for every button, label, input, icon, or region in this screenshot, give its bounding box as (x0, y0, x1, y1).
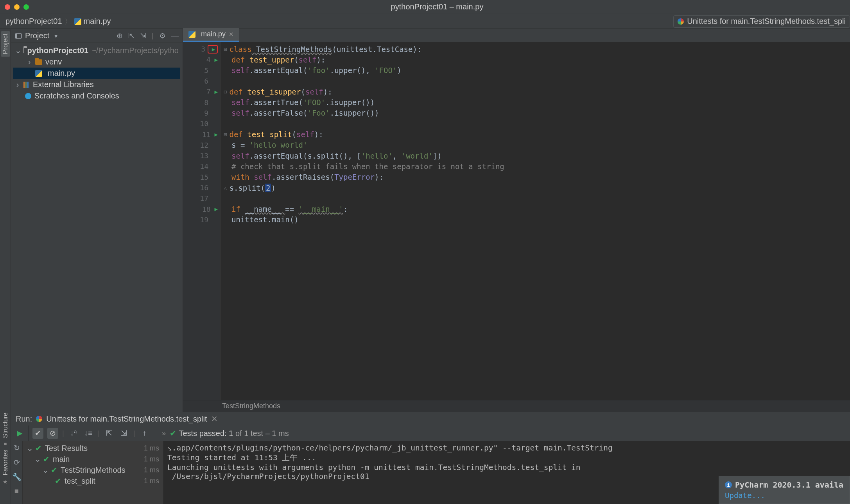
close-icon[interactable]: ✕ (229, 31, 234, 38)
chevron-down-icon: ⌄ (15, 46, 20, 55)
svg-rect-1 (15, 34, 17, 38)
chevron-down-icon[interactable]: ▼ (53, 33, 59, 39)
run-console-output[interactable]: ↘.app/Contents/plugins/python-ce/helpers… (163, 441, 850, 504)
collapse-all-icon[interactable]: ⇲ (140, 31, 146, 40)
console-line: Launching unittests with arguments pytho… (167, 463, 846, 472)
code-area[interactable]: ⊟class TestStringMethods(unittest.TestCa… (221, 42, 850, 400)
editor-tab-bar: main.py ✕ (183, 29, 850, 42)
python-file-icon (74, 18, 81, 25)
sort-asc-icon[interactable]: ↓ª (68, 428, 79, 439)
tree-item-label: External Libraries (33, 80, 94, 89)
show-passed-toggle[interactable]: ✔ (32, 428, 43, 439)
editor-structure-breadcrumb[interactable]: TestStringMethods (183, 400, 850, 412)
chevron-right-icon: › (15, 80, 20, 89)
sort-desc-icon[interactable]: ↓≡ (83, 428, 94, 439)
breadcrumb-file[interactable]: main.py (84, 17, 111, 26)
close-icon[interactable]: ✕ (211, 414, 218, 424)
select-opened-icon[interactable]: ⊕ (117, 31, 123, 40)
tree-item-external-libraries[interactable]: › External Libraries (13, 79, 180, 90)
run-header-label: Run: (16, 415, 32, 424)
run-configuration-selector[interactable]: Unittests for main.TestStringMethods.tes… (673, 15, 850, 28)
console-line: Testing started at 11:53 上午 ... (167, 452, 846, 463)
run-test-gutter-icon[interactable]: ▶ (215, 89, 218, 95)
run-tab-label[interactable]: Unittests for main.TestStringMethods.tes… (46, 415, 207, 424)
fold-icon[interactable]: ⊟ (224, 89, 227, 95)
tree-root-path: ~/PycharmProjects/pytho (91, 46, 179, 55)
navigate-up-icon[interactable]: ↑ (139, 428, 150, 439)
stop-icon[interactable]: ■ (14, 487, 19, 495)
update-notification[interactable]: iPyCharm 2020.3.1 availa Update... (719, 476, 850, 504)
tree-item-label: venv (45, 57, 62, 66)
editor-tab-label: main.py (201, 30, 226, 38)
rerun-reload-icon[interactable]: ↻ (14, 443, 20, 452)
test-tree-class[interactable]: ⌄✔TestStringMethods1 ms (23, 465, 163, 475)
test-summary: ✔Tests passed: 1 of 1 test – 1 ms (170, 429, 289, 438)
hide-minimize-icon[interactable]: — (171, 31, 179, 40)
window-title: pythonProject01 – main.py (29, 2, 845, 11)
left-bottom-toolwindow-strip: Structure ■ Favorites ★ (0, 410, 11, 504)
run-panel-header: Run: Unittests for main.TestStringMethod… (11, 412, 850, 425)
tree-root-label: pythonProject01 (27, 46, 88, 55)
editor-gutter[interactable]: 3▶ 4▶ 5 6 7▶ 8 9 10 11▶ 12 13 14 15 16 (183, 42, 221, 400)
toggle-autotest-icon[interactable]: ⟳ (14, 458, 20, 467)
more-icon[interactable]: » (14, 501, 19, 504)
toolwindow-tab-structure[interactable]: Structure (2, 413, 9, 438)
fold-icon[interactable]: ⊟ (224, 46, 227, 52)
run-test-gutter-icon[interactable]: ▶ (215, 131, 218, 138)
run-toolbar: ▶ ✔ ⊘ | ↓ª ↓≡ | ⇱ ⇲ | ↑ » ✔Tests passed:… (11, 425, 850, 441)
tree-item-main-py[interactable]: main.py (13, 68, 180, 79)
toolwindow-tab-project[interactable]: Project (1, 31, 10, 57)
project-tree[interactable]: ⌄ pythonProject01 ~/PycharmProjects/pyth… (11, 43, 183, 105)
fold-icon[interactable]: ⊟ (224, 131, 227, 138)
run-tool-window: Run: Unittests for main.TestStringMethod… (11, 412, 850, 504)
tree-item-label: main.py (48, 69, 75, 78)
navigation-bar: pythonProject01 〉 main.py Unittests for … (0, 14, 850, 29)
run-main-gutter-icon[interactable]: ▶ (215, 206, 218, 212)
run-configuration-label: Unittests for main.TestStringMethods.tes… (687, 17, 846, 26)
notification-title: PyCharm 2020.3.1 availa (735, 480, 843, 490)
gear-icon[interactable]: ⚙ (159, 31, 166, 40)
editor-tab-main-py[interactable]: main.py ✕ (183, 28, 239, 42)
notification-update-link[interactable]: Update... (725, 491, 843, 500)
toolwindow-tab-favorites[interactable]: Favorites (2, 450, 9, 475)
unittest-icon (678, 18, 684, 25)
window-titlebar: pythonProject01 – main.py (0, 0, 850, 14)
test-tree-root[interactable]: ⌄✔Test Results1 ms (23, 443, 163, 454)
wrench-icon[interactable]: 🔧 (12, 472, 22, 481)
rerun-button[interactable]: ▶ (14, 428, 25, 439)
close-window-icon[interactable] (5, 4, 10, 10)
tree-item-label: Scratches and Consoles (34, 91, 119, 100)
folder-icon (35, 59, 42, 65)
test-results-tree[interactable]: ⌄✔Test Results1 ms ⌄✔main1 ms ⌄✔TestStri… (23, 441, 163, 504)
tree-item-venv[interactable]: › venv (13, 56, 180, 68)
project-view-icon (15, 32, 22, 39)
run-test-gutter-icon[interactable]: ▶ (215, 57, 218, 63)
library-icon (23, 82, 30, 88)
code-editor[interactable]: 3▶ 4▶ 5 6 7▶ 8 9 10 11▶ 12 13 14 15 16 (183, 42, 850, 400)
breadcrumb-separator-icon: 〉 (65, 16, 72, 27)
tree-item-scratches[interactable]: Scratches and Consoles (13, 90, 180, 102)
fold-end-icon[interactable]: △ (224, 185, 227, 191)
scratch-icon (25, 93, 31, 99)
unittest-icon (36, 416, 42, 422)
editor-region: main.py ✕ 3▶ 4▶ 5 6 7▶ 8 9 10 11▶ (183, 29, 850, 412)
test-tree-method[interactable]: ✔test_split1 ms (23, 475, 163, 486)
project-panel-title: Project (25, 31, 49, 40)
collapse-all-icon[interactable]: ⇲ (118, 428, 129, 439)
project-tool-window: Project ▼ ⊕ ⇱ ⇲ | ⚙ — ⌄ python (11, 29, 183, 412)
python-file-icon (35, 70, 42, 77)
project-panel-header: Project ▼ ⊕ ⇱ ⇲ | ⚙ — (11, 29, 183, 43)
run-class-gutter-icon[interactable]: ▶ (208, 45, 218, 54)
minimize-window-icon[interactable] (14, 4, 20, 10)
expand-all-icon[interactable]: ⇱ (128, 31, 134, 40)
tree-root-project[interactable]: ⌄ pythonProject01 ~/PycharmProjects/pyth… (13, 45, 180, 56)
console-line: ↘.app/Contents/plugins/python-ce/helpers… (167, 443, 846, 452)
show-ignored-toggle[interactable]: ⊘ (47, 428, 58, 439)
run-left-action-strip: ↻ ⟳ 🔧 ■ » (11, 441, 23, 504)
window-controls (5, 4, 29, 10)
breadcrumb-project[interactable]: pythonProject01 (5, 17, 62, 26)
test-tree-module[interactable]: ⌄✔main1 ms (23, 454, 163, 465)
expand-all-icon[interactable]: ⇱ (104, 428, 115, 439)
folder-icon (23, 48, 24, 53)
zoom-window-icon[interactable] (23, 4, 29, 10)
